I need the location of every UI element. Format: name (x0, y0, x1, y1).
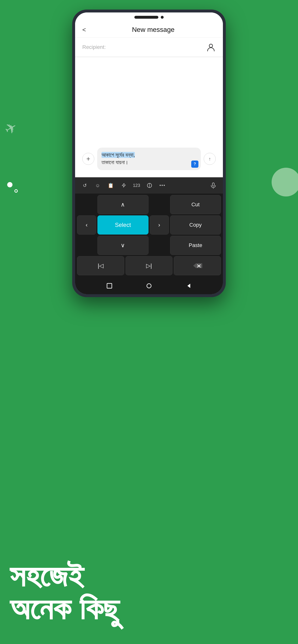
backspace-button[interactable] (174, 256, 221, 275)
paste-button[interactable]: Paste (170, 236, 221, 255)
message-text-normal: তাকানো যায়না। (101, 159, 128, 165)
contact-picker-button[interactable] (206, 42, 216, 52)
microphone-icon[interactable] (208, 180, 219, 191)
nav-bar (75, 278, 223, 294)
cursor-right-button[interactable]: › (150, 216, 169, 234)
select-button[interactable]: Select (97, 216, 148, 234)
recent-apps-button[interactable] (105, 282, 114, 290)
clipboard-icon[interactable]: 📋 (105, 180, 116, 191)
keyboard-area: ↺ ☺ 📋 123 (75, 177, 223, 294)
message-text-highlighted: আকাশে সূর্যের বন্যা, (101, 152, 135, 158)
phone-screen: < New message Recipient: + আকাশে সূর্যের… (75, 12, 223, 294)
bottom-text-line1: সহজেই (10, 560, 298, 592)
deco-circle-outline (14, 189, 18, 192)
status-bar-pill (134, 16, 158, 19)
send-button[interactable]: ↑ (204, 153, 216, 165)
cursor-left-button[interactable]: ‹ (77, 216, 96, 234)
add-attachment-button[interactable]: + (82, 153, 94, 165)
cursor-down-button[interactable]: ∨ (97, 236, 148, 255)
recipient-input[interactable]: Recipient: (82, 44, 206, 50)
status-bar (75, 12, 223, 22)
empty-cell-4 (150, 236, 169, 255)
emoji-icon[interactable]: ☺ (92, 180, 103, 191)
recipient-row: Recipient: (75, 38, 223, 57)
svg-rect-7 (107, 284, 112, 288)
phone-frame: < New message Recipient: + আকাশে সূর্যের… (72, 10, 226, 297)
svg-rect-3 (212, 183, 214, 186)
back-nav-button[interactable] (184, 282, 193, 290)
more-options-icon[interactable]: ••• (157, 180, 168, 191)
copy-button[interactable]: Copy (170, 216, 221, 234)
svg-marker-9 (187, 284, 190, 288)
status-bar-dot (161, 16, 164, 19)
empty-cell-1 (77, 195, 96, 214)
empty-cell-2 (150, 195, 169, 214)
numbers-button[interactable]: 123 (131, 180, 142, 191)
message-row: + আকাশে সূর্যের বন্যা, তাকানো যায়না। ? … (82, 148, 216, 170)
message-option-button[interactable]: ? (191, 160, 198, 168)
home-nav-button[interactable] (145, 282, 153, 290)
svg-point-8 (147, 284, 151, 288)
paper-plane-decoration: ✈ (2, 118, 20, 138)
message-input[interactable]: আকাশে সূর্যের বন্যা, তাকানো যায়না। ? (97, 148, 201, 170)
keyboard-toolbar: ↺ ☺ 📋 123 (75, 177, 223, 194)
keyboard-grid: ∧ Cut ‹ Select › (75, 194, 223, 278)
noto-icon[interactable] (144, 180, 155, 191)
end-button[interactable]: ▷| (125, 256, 173, 275)
back-button[interactable]: < (82, 26, 86, 34)
cursor-up-button[interactable]: ∧ (97, 195, 148, 214)
deco-circle-white (7, 182, 13, 187)
app-header: < New message (75, 22, 223, 38)
lightning-icon[interactable] (118, 180, 129, 191)
svg-point-0 (209, 44, 213, 48)
empty-cell-3 (77, 236, 96, 255)
face-decoration (272, 168, 298, 196)
undo-icon[interactable]: ↺ (79, 180, 90, 191)
message-area[interactable]: + আকাশে সূর্যের বন্যা, তাকানো যায়না। ? … (75, 57, 223, 177)
home-button[interactable]: |◁ (77, 256, 124, 275)
bottom-text-area: সহজেই অনেক কিছু (10, 560, 298, 625)
bottom-text-line2: অনেক কিছু (10, 592, 298, 625)
cut-button[interactable]: Cut (170, 195, 221, 214)
page-title: New message (91, 26, 216, 34)
